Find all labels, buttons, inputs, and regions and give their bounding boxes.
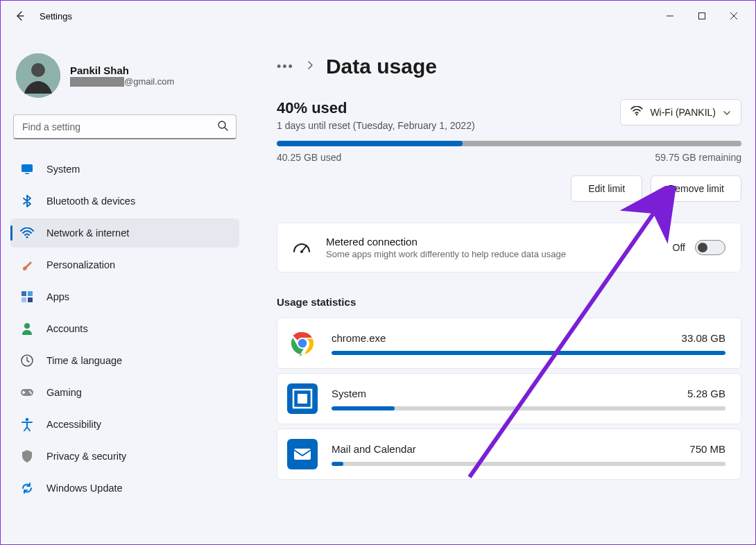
page-title: Data usage xyxy=(326,55,437,78)
progress-labels: 40.25 GB used 59.75 GB remaining xyxy=(277,152,741,163)
monitor-icon xyxy=(20,162,34,176)
network-name: Wi-Fi (PANKIL) xyxy=(650,107,716,118)
stat-progress xyxy=(332,406,725,410)
usage-reset-label: 1 days until reset (Tuesday, February 1,… xyxy=(277,120,475,131)
svg-rect-15 xyxy=(22,392,25,393)
metered-desc: Some apps might work differently to help… xyxy=(326,249,566,259)
used-label: 40.25 GB used xyxy=(277,152,341,163)
stat-progress-fill xyxy=(332,406,395,410)
stats-section-title: Usage statistics xyxy=(277,296,741,308)
network-selector[interactable]: Wi-Fi (PANKIL) xyxy=(620,99,741,126)
stat-row[interactable]: System 5.28 GB xyxy=(277,373,741,424)
sidebar-item-system[interactable]: System xyxy=(10,155,239,184)
usage-percent: 40% used xyxy=(277,99,475,117)
metered-title: Metered connection xyxy=(326,236,566,248)
nav-list: SystemBluetooth & devicesNetwork & inter… xyxy=(9,155,241,503)
avatar xyxy=(16,53,60,98)
gamepad-icon xyxy=(20,386,34,399)
search-input[interactable] xyxy=(13,114,237,139)
accessibility-icon xyxy=(20,417,34,431)
wifi-icon xyxy=(630,106,643,119)
minimize-button[interactable] xyxy=(654,5,686,27)
sidebar-item-label: Privacy & security xyxy=(46,451,126,462)
edit-limit-button[interactable]: Edit limit xyxy=(571,175,642,202)
titlebar: Settings xyxy=(1,1,755,31)
sidebar: Pankil Shah @gmail.com SystemBluetooth &… xyxy=(1,31,249,544)
sidebar-item-time[interactable]: Time & language xyxy=(10,346,239,375)
remove-limit-button[interactable]: Remove limit xyxy=(651,175,741,202)
gauge-icon xyxy=(293,239,311,256)
profile-block[interactable]: Pankil Shah @gmail.com xyxy=(9,42,241,114)
stat-progress-fill xyxy=(332,351,725,355)
sidebar-item-label: Personalization xyxy=(46,259,115,270)
stat-progress xyxy=(332,462,725,466)
svg-point-24 xyxy=(298,339,307,348)
svg-rect-29 xyxy=(294,449,311,460)
close-button[interactable] xyxy=(718,5,750,27)
breadcrumb-more-button[interactable]: ••• xyxy=(277,60,294,74)
stats-list: chrome.exe 33.08 GB System 5.28 GB Mail … xyxy=(277,318,741,480)
update-icon xyxy=(20,481,34,495)
bluetooth-icon xyxy=(20,194,34,208)
sidebar-item-accessibility[interactable]: Accessibility xyxy=(10,410,239,439)
sidebar-item-gaming[interactable]: Gaming xyxy=(10,378,239,407)
limit-buttons: Edit limit Remove limit xyxy=(277,175,741,202)
profile-name: Pankil Shah xyxy=(70,64,174,76)
metered-toggle[interactable] xyxy=(695,240,725,255)
search-wrap xyxy=(13,114,237,139)
svg-point-18 xyxy=(26,418,29,422)
sidebar-item-label: Accessibility xyxy=(46,419,101,430)
mail-icon xyxy=(287,439,318,469)
sidebar-item-label: Bluetooth & devices xyxy=(46,196,135,207)
app-title: Settings xyxy=(40,11,72,21)
sidebar-item-label: Network & internet xyxy=(46,227,129,239)
stat-progress-fill xyxy=(332,462,343,466)
stat-name: System xyxy=(332,388,366,399)
search-icon[interactable] xyxy=(217,120,228,134)
clock-icon xyxy=(20,354,34,367)
window-controls xyxy=(654,5,750,27)
sidebar-item-label: Windows Update xyxy=(46,483,123,494)
svg-rect-10 xyxy=(28,297,33,302)
person-icon xyxy=(20,322,34,336)
sidebar-item-update[interactable]: Windows Update xyxy=(10,474,239,503)
stat-progress xyxy=(332,351,725,355)
sidebar-item-accounts[interactable]: Accounts xyxy=(10,314,239,343)
overall-progress xyxy=(277,141,741,146)
sidebar-item-bluetooth[interactable]: Bluetooth & devices xyxy=(10,187,239,216)
stat-size: 750 MB xyxy=(689,443,725,455)
profile-email: @gmail.com xyxy=(70,76,174,87)
sidebar-item-label: System xyxy=(46,164,80,175)
metered-state-label: Off xyxy=(673,242,685,253)
stat-row[interactable]: Mail and Calendar 750 MB xyxy=(277,429,741,480)
chevron-down-icon xyxy=(723,106,731,119)
main-content: ••• Data usage 40% used 1 days until res… xyxy=(249,31,755,544)
stat-name: chrome.exe xyxy=(332,332,386,344)
svg-point-11 xyxy=(24,323,30,329)
svg-point-16 xyxy=(29,391,31,392)
sidebar-item-label: Apps xyxy=(46,291,69,302)
svg-rect-9 xyxy=(22,297,26,302)
sidebar-item-label: Gaming xyxy=(46,387,82,398)
email-redacted xyxy=(70,77,124,87)
metered-card[interactable]: Metered connection Some apps might work … xyxy=(277,223,741,272)
sidebar-item-network[interactable]: Network & internet xyxy=(10,218,239,248)
chevron-right-icon xyxy=(307,60,313,73)
arrow-left-icon xyxy=(15,10,26,21)
remaining-label: 59.75 GB remaining xyxy=(655,152,741,163)
sidebar-item-apps[interactable]: Apps xyxy=(10,282,239,311)
svg-point-17 xyxy=(31,392,32,394)
sidebar-item-privacy[interactable]: Privacy & security xyxy=(10,442,239,471)
maximize-button[interactable] xyxy=(686,5,718,27)
stat-row[interactable]: chrome.exe 33.08 GB xyxy=(277,318,741,369)
back-button[interactable] xyxy=(6,5,34,27)
svg-point-2 xyxy=(31,63,45,77)
wifi-icon xyxy=(20,226,34,240)
stat-name: Mail and Calendar xyxy=(332,443,416,455)
sidebar-item-label: Accounts xyxy=(46,323,88,334)
breadcrumb: ••• Data usage xyxy=(277,55,741,78)
svg-rect-27 xyxy=(298,394,307,404)
sidebar-item-personalization[interactable]: Personalization xyxy=(10,250,239,279)
brush-icon xyxy=(20,258,34,272)
minimize-icon xyxy=(666,12,674,20)
